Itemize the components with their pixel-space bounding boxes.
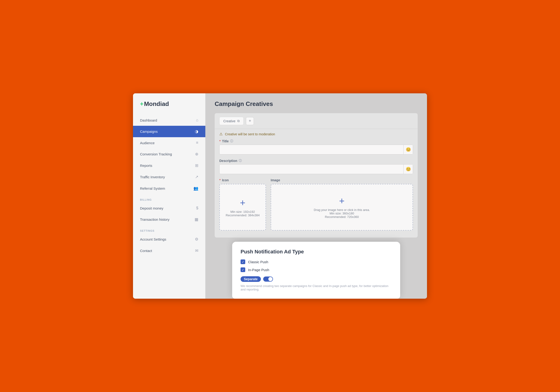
title-label: * Title ⓘ [219,139,413,143]
icon-hint-line2: Recommended: 384x384 [226,213,260,217]
form-body: * Title ⓘ 😊 Description ⓘ [215,139,418,231]
sidebar-item-campaigns[interactable]: Campaigns ◑ [133,126,205,137]
page-title: Campaign Creatives [215,100,418,108]
separate-row: Separate [240,276,392,282]
warning-text: Creative will be sent to moderation [225,132,275,136]
logo: + Mondiad [133,98,205,115]
classic-push-label: Classic Push [248,260,268,264]
separate-label: Separate [240,276,261,282]
copy-icon[interactable]: ⧉ [237,119,240,123]
description-help-icon[interactable]: ⓘ [239,159,242,163]
icon-plus-icon: + [240,198,245,208]
deposit-money-icon: $ [196,206,198,211]
warning-icon: ⚠ [219,132,223,136]
modal-title: Push Notification Ad Type [240,249,392,255]
audience-icon: ≡ [196,141,198,145]
title-input-row: 😊 [219,145,413,154]
description-input[interactable] [220,165,403,173]
traffic-inventory-icon: ↗ [195,174,198,180]
creative-tab[interactable]: Creative ⧉ [219,117,244,125]
billing-section-label: BILLING [133,194,205,202]
icon-upload-box[interactable]: + Min size: 192x192 Recommended: 384x384 [219,184,266,231]
creative-card: Creative ⧉ + ⚠ Creative will be sent to … [215,113,418,238]
settings-section-label: SETTINGS [133,225,205,234]
toggle-knob [268,277,272,281]
classic-push-check-icon: ✓ [242,260,244,264]
inpage-push-label: In-Page Push [248,268,269,272]
sidebar-item-reports[interactable]: Reports ⊞ [133,160,205,171]
campaigns-icon: ◑ [195,129,198,134]
title-help-icon[interactable]: ⓘ [230,139,233,143]
contact-icon: ✉ [195,248,198,253]
title-emoji-button[interactable]: 😊 [403,145,413,154]
tabs-row: Creative ⧉ + [215,113,418,129]
conversion-tracking-icon: ⊕ [195,152,198,157]
image-hint-line1: Drag your image here or click in this ar… [314,208,370,212]
title-input[interactable] [220,145,403,154]
sidebar-item-referral-system[interactable]: Referral System 👥 [133,183,205,194]
icon-label: * Icon [219,178,266,182]
image-upload-section: Image + Drag your image here or click in… [271,178,413,231]
title-field: * Title ⓘ 😊 [219,139,413,154]
icon-required-star: * [219,178,220,182]
classic-push-row: ✓ Classic Push [240,260,392,264]
inpage-push-checkbox[interactable]: ✓ [240,267,245,272]
transaction-history-icon: ▦ [195,217,198,222]
sidebar-item-traffic-inventory[interactable]: Traffic Inventory ↗ [133,171,205,183]
image-upload-box[interactable]: + Drag your image here or click in this … [271,184,413,231]
sidebar-item-account-settings[interactable]: Account Settings ⚙ [133,234,205,245]
reports-icon: ⊞ [195,163,198,168]
referral-system-icon: 👥 [193,186,198,191]
logo-name: Mondiad [144,100,169,108]
creative-tab-label: Creative [223,119,235,123]
sidebar-item-contact[interactable]: Contact ✉ [133,245,205,256]
separate-toggle[interactable] [263,277,273,282]
sidebar-item-conversion-tracking[interactable]: Conversion Tracking ⊕ [133,148,205,160]
uploads-row: * Icon + Min size: 192x192 Recommended: … [219,178,413,231]
inpage-push-check-icon: ✓ [242,268,244,271]
classic-push-checkbox[interactable]: ✓ [240,260,245,264]
add-tab-icon: + [249,119,251,123]
sidebar: + Mondiad Dashboard ⌂ Campaigns ◑ Audien… [133,93,205,299]
inpage-push-row: ✓ In-Page Push [240,267,392,272]
warning-bar: ⚠ Creative will be sent to moderation [215,129,418,139]
logo-plus: + [140,100,143,108]
add-tab-button[interactable]: + [246,117,254,125]
icon-hint-line1: Min size: 192x192 [230,210,255,213]
main-content: Campaign Creatives Creative ⧉ + ⚠ Creati… [205,93,427,299]
icon-upload-section: * Icon + Min size: 192x192 Recommended: … [219,178,266,231]
description-input-row: 😊 [219,164,413,174]
title-required-star: * [219,139,220,143]
description-label: Description ⓘ [219,159,413,163]
sidebar-item-audience[interactable]: Audience ≡ [133,137,205,148]
push-notification-modal: Push Notification Ad Type ✓ Classic Push… [232,242,400,299]
description-field: Description ⓘ 😊 [219,159,413,174]
modal-hint: We recommend creating two separate campa… [240,284,392,291]
image-hint-line2: Min size: 360x180 [330,212,354,215]
account-settings-icon: ⚙ [195,237,198,242]
dashboard-icon: ⌂ [196,118,198,122]
sidebar-item-transaction-history[interactable]: Transaction history ▦ [133,214,205,225]
image-plus-icon: + [339,196,344,206]
sidebar-item-deposit-money[interactable]: Deposit money $ [133,202,205,214]
sidebar-item-dashboard[interactable]: Dashboard ⌂ [133,115,205,126]
image-hint-line3: Recommended: 720x360 [325,215,359,219]
description-emoji-button[interactable]: 😊 [403,164,413,174]
image-label: Image [271,178,413,182]
